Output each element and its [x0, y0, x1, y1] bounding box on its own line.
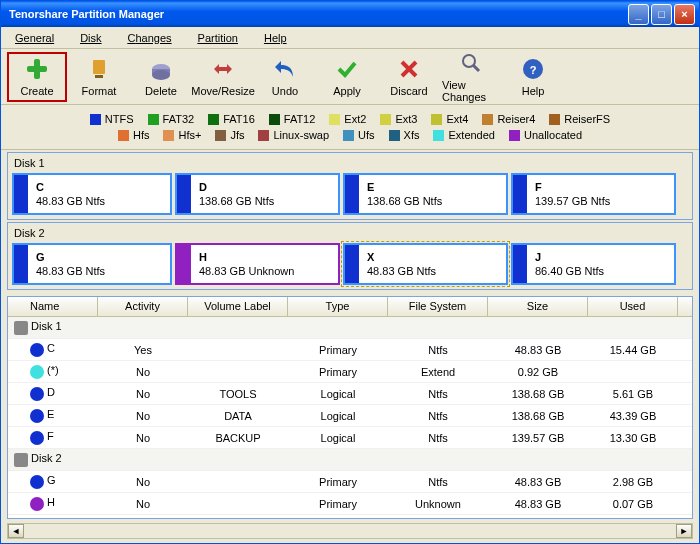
cell-type: Primary: [288, 342, 388, 358]
delete-button[interactable]: Delete: [131, 52, 191, 102]
swatch-icon: [90, 114, 101, 125]
swatch-icon: [118, 130, 129, 141]
format-button[interactable]: Format: [69, 52, 129, 102]
view-changes-button[interactable]: View Changes: [441, 52, 501, 102]
move-resize-button[interactable]: Move/Resize: [193, 52, 253, 102]
undo-button[interactable]: Undo: [255, 52, 315, 102]
column-header-volume-label[interactable]: Volume Label: [188, 297, 288, 316]
legend-hfsplus: Hfs+: [163, 129, 201, 141]
cell-type: Primary: [288, 364, 388, 380]
horizontal-scrollbar[interactable]: ◄ ►: [7, 523, 693, 539]
swatch-icon: [431, 114, 442, 125]
cell-activity: No: [98, 430, 188, 446]
table-row[interactable]: DNoTOOLSLogicalNtfs138.68 GB5.61 GB: [8, 383, 692, 405]
swatch-icon: [380, 114, 391, 125]
minimize-button[interactable]: _: [628, 4, 649, 25]
discard-icon: [397, 57, 421, 81]
partition-c[interactable]: C48.83 GB Ntfs: [12, 173, 172, 215]
format-icon: [87, 57, 111, 81]
column-header-used[interactable]: Used: [588, 297, 678, 316]
partition-j[interactable]: J86.40 GB Ntfs: [511, 243, 676, 285]
legend-linux-swap: Linux-swap: [258, 129, 329, 141]
menu-partition[interactable]: Partition: [190, 29, 256, 47]
menubar: GeneralDiskChangesPartitionHelp: [1, 27, 699, 49]
disk-icon: [14, 453, 28, 467]
partition-icon: [30, 387, 44, 401]
table-row[interactable]: ENoDATALogicalNtfs138.68 GB43.39 GB: [8, 405, 692, 427]
scroll-right-button[interactable]: ►: [676, 524, 692, 538]
cell-size: 139.57 GB: [488, 430, 588, 446]
cell-activity: No: [98, 496, 188, 512]
partition-name: G: [36, 250, 105, 264]
cell-fs: Unknown: [388, 496, 488, 512]
partition-color-icon: [177, 245, 191, 283]
partition-name: C: [36, 180, 105, 194]
maximize-button[interactable]: □: [651, 4, 672, 25]
partition-size: 138.68 GB Ntfs: [367, 194, 442, 208]
partition-d[interactable]: D138.68 GB Ntfs: [175, 173, 340, 215]
column-header-size[interactable]: Size: [488, 297, 588, 316]
swatch-icon: [329, 114, 340, 125]
undo-icon: [273, 57, 297, 81]
partition-f[interactable]: F139.57 GB Ntfs: [511, 173, 676, 215]
legend-fat32: FAT32: [148, 113, 195, 125]
cell-volume: [188, 348, 288, 352]
cell-used: 13.30 GB: [588, 430, 678, 446]
swatch-icon: [549, 114, 560, 125]
table-row[interactable]: CYesPrimaryNtfs48.83 GB15.44 GB: [8, 339, 692, 361]
swatch-icon: [343, 130, 354, 141]
column-header-file-system[interactable]: File System: [388, 297, 488, 316]
cell-size: 48.83 GB: [488, 496, 588, 512]
swatch-icon: [482, 114, 493, 125]
close-button[interactable]: ×: [674, 4, 695, 25]
table-row[interactable]: HNoPrimaryUnknown48.83 GB0.07 GB: [8, 493, 692, 515]
partition-size: 48.83 GB Ntfs: [36, 264, 105, 278]
column-header-activity[interactable]: Activity: [98, 297, 188, 316]
partition-color-icon: [345, 175, 359, 213]
help-button[interactable]: ?Help: [503, 52, 563, 102]
discard-button[interactable]: Discard: [379, 52, 439, 102]
cell-type: Primary: [288, 496, 388, 512]
table-row[interactable]: FNoBACKUPLogicalNtfs139.57 GB13.30 GB: [8, 427, 692, 449]
table-disk-row[interactable]: Disk 1: [8, 317, 692, 339]
legend-reiser4: Reiser4: [482, 113, 535, 125]
swatch-icon: [258, 130, 269, 141]
partition-e[interactable]: E138.68 GB Ntfs: [343, 173, 508, 215]
help-icon: ?: [521, 57, 545, 81]
partition-g[interactable]: G48.83 GB Ntfs: [12, 243, 172, 285]
partition-h[interactable]: H48.83 GB Unknown: [175, 243, 340, 285]
resize-icon: [211, 57, 235, 81]
partition-size: 48.83 GB Ntfs: [367, 264, 436, 278]
cell-name: F: [8, 428, 98, 446]
table-row[interactable]: (*)NoPrimaryExtend0.92 GB: [8, 361, 692, 383]
scroll-track[interactable]: [24, 524, 676, 538]
plus-icon: [25, 57, 49, 81]
cell-size: 0.92 GB: [488, 364, 588, 380]
cell-used: 15.44 GB: [588, 342, 678, 358]
menu-changes[interactable]: Changes: [120, 29, 190, 47]
partition-color-icon: [14, 245, 28, 283]
partition-icon: [30, 365, 44, 379]
column-header-type[interactable]: Type: [288, 297, 388, 316]
table-disk-row[interactable]: Disk 2: [8, 449, 692, 471]
legend: NTFSFAT32FAT16FAT12Ext2Ext3Ext4Reiser4Re…: [1, 105, 699, 150]
svg-text:?: ?: [530, 64, 537, 76]
window-title: Tenorshare Partition Manager: [5, 8, 628, 20]
scroll-left-button[interactable]: ◄: [8, 524, 24, 538]
cell-volume: DATA: [188, 408, 288, 424]
disk-block: Disk 2G48.83 GB NtfsH48.83 GB UnknownX48…: [7, 222, 693, 290]
menu-general[interactable]: General: [7, 29, 72, 47]
table-row[interactable]: GNoPrimaryNtfs48.83 GB2.98 GB: [8, 471, 692, 493]
legend-fat12: FAT12: [269, 113, 316, 125]
cell-activity: Yes: [98, 342, 188, 358]
legend-hfs: Hfs: [118, 129, 150, 141]
disk-area: Disk 1C48.83 GB NtfsD138.68 GB NtfsE138.…: [1, 150, 699, 292]
partition-x[interactable]: X48.83 GB Ntfs: [343, 243, 508, 285]
create-button[interactable]: Create: [7, 52, 67, 102]
partition-size: 48.83 GB Ntfs: [36, 194, 105, 208]
disk-icon: [14, 321, 28, 335]
column-header-name[interactable]: Name: [8, 297, 98, 316]
menu-disk[interactable]: Disk: [72, 29, 119, 47]
apply-button[interactable]: Apply: [317, 52, 377, 102]
menu-help[interactable]: Help: [256, 29, 305, 47]
